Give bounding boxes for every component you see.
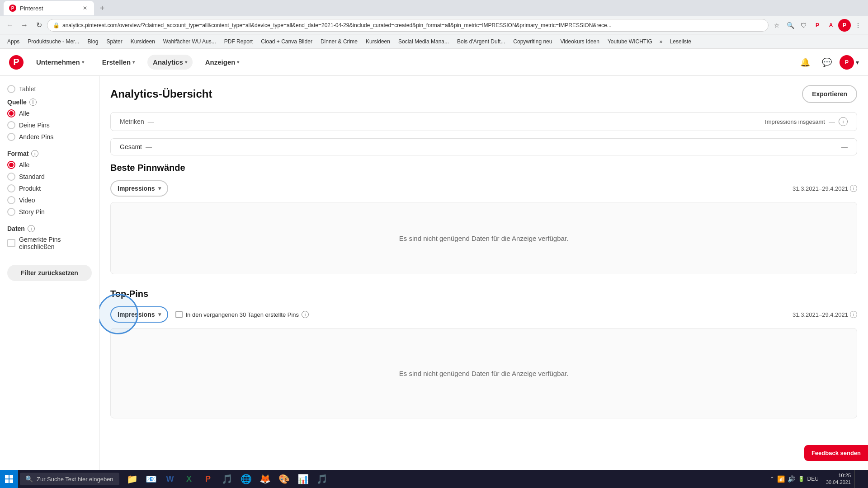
profile-avatar: P — [840, 55, 854, 70]
battery-icon[interactable]: 🔋 — [798, 476, 805, 478]
extension-icon-3[interactable]: P — [811, 19, 824, 32]
bookmark-cload[interactable]: Cload + Canva Bilder — [257, 37, 316, 47]
nav-erstellen[interactable]: Erstellen ▾ — [97, 55, 140, 70]
quelle-info-icon[interactable]: i — [29, 99, 37, 106]
sidebar-item-gemerkte-pins[interactable]: Gemerkte Pins einschließen — [7, 236, 92, 250]
taskbar-app7[interactable]: 📊 — [294, 470, 312, 478]
active-tab[interactable]: P Pinterest ✕ — [4, 1, 94, 15]
taskbar-time-display[interactable]: 10:25 30.04.2021 — [822, 472, 854, 478]
extension-icon-1[interactable]: 🔍 — [784, 19, 797, 32]
bookmark-leseliste[interactable]: Leseliste — [666, 37, 695, 47]
radio-story-pin[interactable] — [7, 208, 15, 216]
bookmark-spaeter[interactable]: Später — [103, 37, 126, 47]
bookmark-kursideen1[interactable]: Kursideen — [127, 37, 159, 47]
taskbar-word[interactable]: W — [161, 470, 179, 478]
radio-standard[interactable] — [7, 173, 15, 181]
menu-button[interactable]: ⋮ — [852, 19, 864, 32]
radio-produkt[interactable] — [7, 184, 15, 192]
bookmark-blog[interactable]: Blog — [84, 37, 102, 47]
taskbar-search[interactable]: 🔍 Zur Suche Text hier eingeben — [20, 473, 119, 478]
volume-icon[interactable]: 🔊 — [788, 475, 795, 478]
beste-pinnwaende-title: Beste Pinnwände — [110, 163, 857, 173]
taskbar-file-explorer[interactable]: 📁 — [123, 470, 141, 478]
address-bar[interactable]: 🔒 analytics.pinterest.com/overview/?clai… — [47, 19, 769, 32]
taskbar-chrome[interactable]: 🌐 — [237, 470, 255, 478]
sidebar: Tablet Quelle i Alle Deine Pins — [0, 76, 99, 478]
sidebar-item-andere-pins[interactable]: Andere Pins — [7, 133, 92, 141]
date-range-text: 31.3.2021–29.4.2021 — [793, 185, 848, 192]
daten-info-icon[interactable]: i — [28, 225, 35, 232]
back-button[interactable]: ← — [4, 19, 16, 32]
top-pins-metric-dropdown[interactable]: Impressions ▾ — [110, 306, 168, 323]
radio-alle-format[interactable] — [7, 161, 15, 169]
top-pins-info-icon[interactable]: i — [302, 311, 309, 318]
start-button[interactable] — [0, 470, 18, 478]
new-tab-button[interactable]: + — [96, 2, 108, 14]
impressions-info-icon[interactable]: i — [839, 117, 848, 126]
pinterest-logo[interactable]: P — [9, 55, 24, 70]
messages-button[interactable]: 💬 — [818, 53, 836, 71]
bookmark-bois[interactable]: Bois d'Argent Duft... — [453, 37, 509, 47]
bookmark-kursideen2[interactable]: Kursideen — [362, 37, 394, 47]
taskbar-mail[interactable]: 📧 — [142, 470, 160, 478]
taskbar-powerpoint[interactable]: P — [199, 470, 217, 478]
page-header: Analytics-Übersicht Exportieren — [110, 85, 857, 103]
nav-unternehmen[interactable]: Unternehmen ▾ — [31, 55, 90, 70]
svg-rect-1 — [9, 475, 13, 478]
top-pins-checkbox[interactable] — [175, 311, 183, 318]
radio-video[interactable] — [7, 196, 15, 204]
taskbar-app5[interactable]: 🎵 — [218, 470, 236, 478]
taskbar-firefox[interactable]: 🦊 — [256, 470, 274, 478]
bookmark-videokurs[interactable]: Videokurs Ideen — [557, 37, 603, 47]
checkbox-gemerkte-pins[interactable] — [7, 239, 15, 247]
nav-label: Analytics — [153, 58, 183, 66]
beste-pinnwaende-metric-dropdown[interactable]: Impressions ▾ — [110, 180, 168, 197]
notifications-button[interactable]: 🔔 — [796, 53, 814, 71]
bookmark-pdf[interactable]: PDF Report — [221, 37, 256, 47]
show-desktop-button[interactable] — [854, 470, 868, 478]
extension-icon-2[interactable]: 🛡 — [797, 19, 810, 32]
format-info-icon[interactable]: i — [31, 150, 38, 157]
date-info-icon[interactable]: i — [850, 311, 857, 318]
extension-icon-4[interactable]: A — [825, 19, 837, 32]
sidebar-item-alle-format[interactable]: Alle — [7, 161, 92, 169]
bookmark-wahlfacher[interactable]: Wahlfächer WU Aus... — [160, 37, 220, 47]
sidebar-item-alle-quelle[interactable]: Alle — [7, 109, 92, 117]
bookmark-produktsuche[interactable]: Produktsuche - Mer... — [24, 37, 83, 47]
metrics-label: Metriken — [120, 118, 144, 125]
radio-alle-quelle[interactable] — [7, 109, 15, 117]
profile-button[interactable]: P — [838, 19, 851, 32]
sidebar-item-standard[interactable]: Standard — [7, 173, 92, 181]
export-button[interactable]: Exportieren — [802, 85, 857, 103]
forward-button[interactable]: → — [18, 19, 31, 32]
sidebar-item-deine-pins[interactable]: Deine Pins — [7, 121, 92, 129]
bookmarks-more-button[interactable]: » — [657, 37, 665, 47]
network-icon[interactable]: 📶 — [777, 475, 785, 478]
profile-menu[interactable]: P ▾ — [840, 55, 859, 70]
radio-tablet[interactable] — [7, 85, 15, 93]
bookmark-dinner[interactable]: Dinner & Crime — [317, 37, 361, 47]
sidebar-item-story-pin[interactable]: Story Pin — [7, 208, 92, 216]
nav-anzeigen[interactable]: Anzeigen ▾ — [200, 55, 245, 70]
feedback-button[interactable]: Feedback senden — [804, 445, 868, 461]
sidebar-item-video[interactable]: Video — [7, 196, 92, 204]
radio-andere-pins[interactable] — [7, 133, 15, 141]
top-pins-checkbox-container[interactable]: In den vergangenen 30 Tagen erstellte Pi… — [175, 311, 309, 318]
bookmark-copywriting[interactable]: Copywriting neu — [509, 37, 556, 47]
ppt-icon: P — [205, 474, 211, 479]
bookmark-star-icon[interactable]: ☆ — [770, 19, 783, 32]
bookmark-apps[interactable]: Apps — [4, 37, 23, 47]
sidebar-item-tablet[interactable]: Tablet — [7, 85, 92, 93]
date-info-icon[interactable]: i — [850, 185, 857, 192]
taskbar-excel[interactable]: X — [180, 470, 198, 478]
taskbar-spotify[interactable]: 🎵 — [313, 470, 331, 478]
bookmark-social[interactable]: Social Media Mana... — [395, 37, 453, 47]
bookmark-youtube[interactable]: Youtube WICHTIG — [604, 37, 656, 47]
filter-reset-button[interactable]: Filter zurücksetzen — [7, 265, 92, 281]
close-tab-button[interactable]: ✕ — [81, 5, 89, 12]
taskbar-app6[interactable]: 🎨 — [275, 470, 293, 478]
sidebar-item-produkt[interactable]: Produkt — [7, 184, 92, 192]
reload-button[interactable]: ↻ — [33, 19, 45, 32]
radio-deine-pins[interactable] — [7, 121, 15, 129]
nav-analytics[interactable]: Analytics ▾ — [147, 55, 193, 70]
